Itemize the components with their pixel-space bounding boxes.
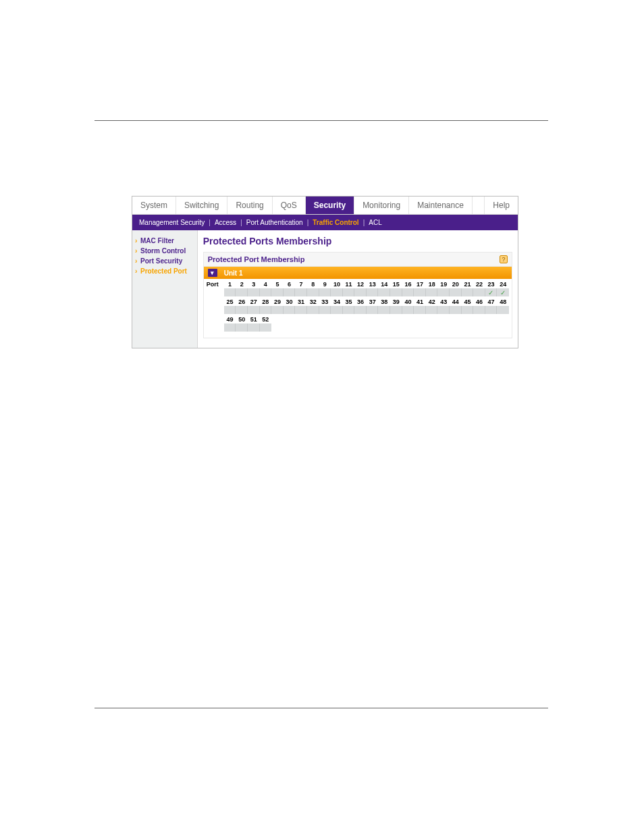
port-cell-50[interactable]	[236, 323, 248, 332]
port-cell-37[interactable]	[367, 306, 379, 314]
port-number-filler	[271, 316, 284, 323]
subtab-mgmt-security[interactable]: Management Security	[136, 217, 207, 228]
port-cell-19[interactable]	[437, 288, 450, 296]
page-title: Protected Ports Membership	[203, 236, 512, 246]
port-cell-9[interactable]	[319, 288, 331, 296]
subtab-separator: |	[363, 219, 365, 226]
port-number-label: 12	[354, 281, 367, 288]
subtab-acl[interactable]: ACL	[366, 217, 384, 228]
sidebar-item-mac-filter[interactable]: MAC Filter	[136, 236, 193, 246]
help-icon[interactable]: ?	[500, 255, 508, 263]
port-number-label: 8	[307, 281, 319, 288]
port-cell-6[interactable]	[284, 288, 296, 296]
panel-title: Protected Port Membership	[208, 255, 500, 263]
tab-monitoring[interactable]: Monitoring	[354, 197, 409, 214]
port-number-label: 33	[319, 298, 331, 305]
port-cell-46[interactable]	[473, 306, 485, 314]
port-cell-34[interactable]	[331, 306, 343, 314]
unit-bar: ▾ Unit 1	[204, 267, 512, 279]
port-cell-52[interactable]	[260, 323, 272, 332]
port-cell-23[interactable]: ✓	[485, 288, 498, 296]
tab-routing[interactable]: Routing	[227, 197, 272, 214]
subtab-traffic-control[interactable]: Traffic Control	[310, 217, 361, 228]
port-number-label: 37	[367, 298, 379, 305]
port-number-label: 47	[485, 298, 498, 305]
unit-dropdown-icon[interactable]: ▾	[208, 269, 217, 277]
port-cell-1[interactable]	[224, 288, 236, 296]
tab-system[interactable]: System	[132, 197, 176, 214]
port-cell-26[interactable]	[236, 306, 248, 314]
port-cell-24[interactable]: ✓	[497, 288, 509, 296]
main-tabs: System Switching Routing QoS Security Mo…	[132, 197, 518, 215]
port-number-label: 23	[485, 281, 498, 288]
port-number-label: 34	[331, 298, 343, 305]
port-cell-35[interactable]	[343, 306, 355, 314]
port-cell-49[interactable]	[224, 323, 236, 332]
port-number-label: 3	[248, 281, 260, 288]
port-cell-14[interactable]	[378, 288, 390, 296]
port-row-3-cells	[207, 323, 509, 332]
port-number-filler	[295, 316, 307, 323]
port-cell-44[interactable]	[450, 306, 462, 314]
port-number-label: 29	[271, 298, 284, 305]
port-cell-22[interactable]	[473, 288, 485, 296]
port-cell-47[interactable]	[485, 306, 498, 314]
port-cell-10[interactable]	[331, 288, 343, 296]
port-cell-21[interactable]	[462, 288, 474, 296]
port-cell-25[interactable]	[224, 306, 236, 314]
port-cell-42[interactable]	[426, 306, 438, 314]
port-cell-11[interactable]	[343, 288, 355, 296]
subtab-port-authentication[interactable]: Port Authentication	[244, 217, 306, 228]
port-cell-51[interactable]	[248, 323, 260, 332]
port-cell-15[interactable]	[390, 288, 402, 296]
port-cell-3[interactable]	[248, 288, 260, 296]
port-cell-32[interactable]	[307, 306, 319, 314]
port-cell-13[interactable]	[367, 288, 379, 296]
port-cell-20[interactable]	[450, 288, 462, 296]
port-cell-31[interactable]	[295, 306, 307, 314]
tab-help[interactable]: Help	[484, 197, 518, 214]
port-cell-28[interactable]	[260, 306, 272, 314]
main-content: Protected Ports Membership Protected Por…	[198, 230, 518, 348]
port-number-label: 40	[402, 298, 414, 305]
port-cell-45[interactable]	[462, 306, 474, 314]
port-number-label: 28	[260, 298, 272, 305]
port-cell-38[interactable]	[378, 306, 390, 314]
port-cell-12[interactable]	[354, 288, 367, 296]
sidebar-item-protected-port[interactable]: Protected Port	[136, 266, 193, 276]
port-cell-16[interactable]	[402, 288, 414, 296]
port-cell-4[interactable]	[260, 288, 272, 296]
port-cell-41[interactable]	[414, 306, 426, 314]
port-cell-43[interactable]	[437, 306, 450, 314]
tab-maintenance[interactable]: Maintenance	[409, 197, 473, 214]
tab-security[interactable]: Security	[306, 197, 354, 214]
port-cell-40[interactable]	[402, 306, 414, 314]
port-number-label: 46	[473, 298, 485, 305]
port-lead-spacer	[207, 316, 224, 323]
port-number-label: 17	[414, 281, 426, 288]
port-cell-39[interactable]	[390, 306, 402, 314]
port-cell-7[interactable]	[295, 288, 307, 296]
port-number-label: 50	[236, 316, 248, 323]
port-cell-29[interactable]	[271, 306, 284, 314]
subtab-access[interactable]: Access	[212, 217, 239, 228]
tab-qos[interactable]: QoS	[273, 197, 306, 214]
sidebar-item-storm-control[interactable]: Storm Control	[136, 246, 193, 256]
tab-switching[interactable]: Switching	[176, 197, 227, 214]
port-number-label: 10	[331, 281, 343, 288]
port-cell-8[interactable]	[307, 288, 319, 296]
port-cell-5[interactable]	[271, 288, 284, 296]
port-cell-17[interactable]	[414, 288, 426, 296]
port-cell-2[interactable]	[236, 288, 248, 296]
port-cell-30[interactable]	[284, 306, 296, 314]
port-number-label: 31	[295, 298, 307, 305]
sidebar-item-port-security[interactable]: Port Security	[136, 256, 193, 266]
port-cell-27[interactable]	[248, 306, 260, 314]
port-cell-36[interactable]	[354, 306, 367, 314]
port-number-label: 48	[497, 298, 509, 305]
port-cell-18[interactable]	[426, 288, 438, 296]
port-cell-48[interactable]	[497, 306, 509, 314]
port-cell-33[interactable]	[319, 306, 331, 314]
port-number-label: 6	[284, 281, 296, 288]
subtab-separator: |	[209, 219, 211, 226]
